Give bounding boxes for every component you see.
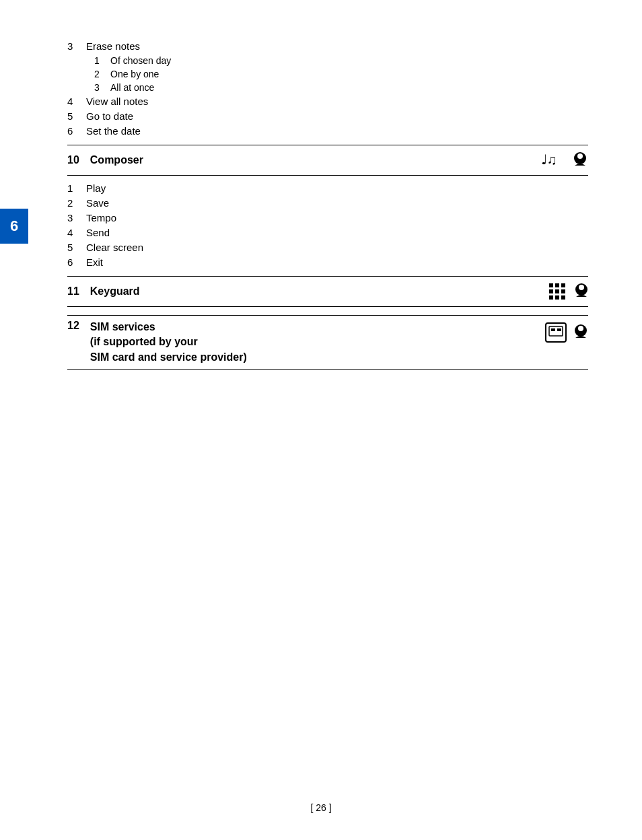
sub-label-of-chosen-day: Of chosen day	[110, 55, 171, 66]
composer-item-5: 5 Clear screen	[67, 242, 588, 253]
sim-subtitle: (if supported by your	[90, 335, 247, 349]
composer-title: Composer	[90, 154, 143, 166]
page-number: [ 26 ]	[310, 802, 331, 813]
composer-num: 10	[67, 154, 79, 166]
menu-num-5: 5	[67, 110, 86, 122]
sim-title: SIM services	[90, 320, 247, 335]
keyguard-title-group: 11 Keyguard	[67, 285, 140, 298]
menu-item-5: 5 Go to date	[67, 110, 588, 122]
composer-item-4: 4 Send	[67, 227, 588, 238]
composer-item-6: 6 Exit	[67, 256, 588, 268]
composer-item-num-4: 4	[67, 227, 86, 238]
menu-label-view-all-notes: View all notes	[86, 96, 148, 107]
menu-item-6: 6 Set the date	[67, 125, 588, 137]
svg-rect-17	[557, 328, 561, 331]
top-section: 3 Erase notes 1 Of chosen day 2 One by o…	[67, 40, 588, 137]
composer-item-num-3: 3	[67, 212, 86, 223]
composer-item-1: 1 Play	[67, 182, 588, 194]
composer-music-icon: ♩♫	[541, 149, 588, 171]
sub-num-2: 2	[94, 69, 110, 79]
sub-num-3: 3	[94, 82, 110, 93]
menu-label-erase-notes: Erase notes	[86, 40, 140, 52]
composer-item-num-6: 6	[67, 256, 86, 268]
keyguard-num: 11	[67, 285, 79, 298]
composer-item-label-play: Play	[86, 182, 106, 194]
content-area: 3 Erase notes 1 Of chosen day 2 One by o…	[67, 40, 588, 370]
keyguard-section-header: 11 Keyguard	[67, 276, 588, 307]
composer-item-label-send: Send	[86, 227, 110, 238]
svg-point-19	[578, 326, 583, 331]
menu-num-3: 3	[67, 40, 86, 52]
svg-rect-16	[551, 328, 555, 331]
sub-item-2: 2 One by one	[94, 69, 588, 79]
sim-icon	[544, 320, 588, 341]
composer-section-header: 10 Composer ♩♫	[67, 145, 588, 176]
sub-num-1: 1	[94, 55, 110, 66]
page-container: 6 3 Erase notes 1 Of chosen day 2 One by…	[0, 0, 642, 840]
svg-text:♩♫: ♩♫	[541, 152, 557, 167]
composer-title-group: 10 Composer	[67, 154, 143, 166]
sub-item-3: 3 All at once	[94, 82, 588, 93]
composer-item-num-1: 1	[67, 182, 86, 194]
sub-label-all-at-once: All at once	[110, 82, 154, 93]
svg-rect-8	[561, 289, 565, 293]
menu-label-go-to-date: Go to date	[86, 110, 133, 122]
sim-header-left: 12 SIM services (if supported by your SI…	[67, 320, 247, 365]
menu-item-3: 3 Erase notes	[67, 40, 588, 52]
page-footer: [ 26 ]	[0, 802, 642, 813]
svg-rect-10	[555, 295, 559, 300]
svg-rect-11	[561, 295, 565, 300]
svg-point-2	[577, 153, 583, 159]
sub-item-1: 1 Of chosen day	[94, 55, 588, 66]
svg-rect-7	[555, 289, 559, 293]
composer-items: 1 Play 2 Save 3 Tempo 4 Send 5 Clear scr…	[67, 182, 588, 268]
sim-subtitle2: SIM card and service provider)	[90, 350, 247, 365]
menu-num-4: 4	[67, 96, 86, 107]
composer-item-label-save: Save	[86, 197, 109, 209]
sim-title-block: SIM services (if supported by your SIM c…	[90, 320, 247, 365]
keyguard-icon	[548, 281, 588, 302]
keyguard-title: Keyguard	[90, 285, 140, 298]
composer-item-label-clear-screen: Clear screen	[86, 242, 143, 253]
svg-rect-5	[561, 283, 565, 287]
sim-section-header: 12 SIM services (if supported by your SI…	[67, 315, 588, 370]
composer-item-label-exit: Exit	[86, 256, 103, 268]
menu-label-set-the-date: Set the date	[86, 125, 141, 137]
svg-rect-6	[549, 289, 553, 293]
sim-num: 12	[67, 320, 79, 332]
composer-item-3: 3 Tempo	[67, 212, 588, 223]
menu-num-6: 6	[67, 125, 86, 137]
svg-rect-4	[555, 283, 559, 287]
chapter-tab: 6	[0, 209, 28, 244]
composer-item-num-2: 2	[67, 197, 86, 209]
composer-item-num-5: 5	[67, 242, 86, 253]
composer-item-2: 2 Save	[67, 197, 588, 209]
sub-label-one-by-one: One by one	[110, 69, 159, 79]
menu-item-4: 4 View all notes	[67, 96, 588, 107]
svg-point-13	[579, 285, 584, 290]
svg-rect-3	[549, 283, 553, 287]
chapter-number: 6	[10, 217, 18, 235]
svg-rect-9	[549, 295, 553, 300]
composer-item-label-tempo: Tempo	[86, 212, 116, 223]
